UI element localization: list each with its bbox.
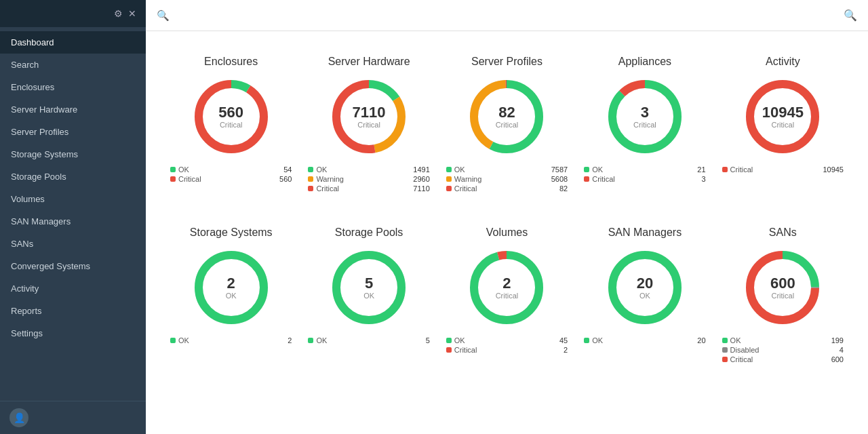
donut-number: 20 (637, 275, 653, 292)
legend: OK 21 Critical 3 (584, 165, 705, 184)
legend-label: Critical (454, 184, 477, 193)
legend-label: Critical (592, 175, 615, 183)
legend-dot (308, 338, 313, 343)
card-enclosures: Enclosures 560 Critical OK 54 Crit (162, 45, 300, 202)
donut-chart: 10945 Critical (742, 76, 823, 157)
sidebar-item-dashboard[interactable]: Dashboard (0, 31, 146, 54)
donut-label: Critical (353, 121, 386, 129)
search-box[interactable]: 🔍 (157, 9, 175, 22)
sidebar-item-san-managers[interactable]: SAN Managers (0, 210, 146, 233)
user-avatar: 👤 (9, 408, 28, 427)
donut-number: 7110 (353, 104, 386, 121)
legend-value: 2960 (413, 175, 429, 183)
legend-label: OK (592, 165, 603, 174)
legend-label: OK (592, 336, 603, 344)
legend-value: 5 (426, 336, 430, 344)
legend: OK 1491 Warning 2960 Critical 7110 (308, 165, 429, 194)
legend-label: Critical (316, 184, 339, 193)
donut-number: 10945 (762, 104, 804, 121)
legend-dot (446, 186, 452, 191)
legend-dot (722, 347, 728, 353)
legend-dot (446, 176, 452, 182)
sidebar-item-settings[interactable]: Settings (0, 322, 146, 344)
donut-chart: 2 Critical (466, 247, 547, 328)
legend-value: 2 (564, 346, 568, 354)
sidebar-item-server-hardware[interactable]: Server Hardware (0, 98, 146, 121)
legend-value: 54 (283, 165, 292, 174)
legend-dot (308, 176, 313, 182)
legend-row: OK 45 (446, 336, 568, 344)
legend-row: Critical 82 (446, 184, 568, 193)
sidebar-item-storage-pools[interactable]: Storage Pools (0, 165, 146, 188)
donut-number: 560 (218, 104, 243, 121)
legend-row: Critical 3 (584, 175, 705, 183)
content-area: Enclosures 560 Critical OK 54 Crit (146, 31, 868, 434)
legend-value: 7587 (551, 165, 568, 174)
legend-dot (446, 167, 452, 172)
legend-row: OK 20 (584, 336, 705, 344)
donut-center: 5 OK (363, 275, 374, 300)
card-title: Storage Pools (335, 226, 403, 239)
donut-label: Critical (496, 121, 519, 129)
legend-value: 1491 (413, 165, 429, 174)
donut-number: 82 (496, 104, 519, 121)
legend-row: Warning 2960 (308, 175, 429, 183)
donut-center: 2 OK (226, 275, 237, 300)
legend-label: OK (316, 336, 327, 344)
legend-value: 199 (831, 336, 844, 344)
card-title: Volumes (486, 226, 528, 239)
card-sans: SANs 600 Critical OK 199 Disabled (714, 216, 852, 373)
legend-row: Critical 560 (170, 175, 292, 183)
search-icon-right[interactable]: 🔍 (844, 9, 857, 22)
legend-row: OK 54 (170, 165, 292, 174)
topbar: 🔍 🔍 (146, 0, 868, 31)
legend-row: Critical 2 (446, 346, 568, 354)
legend-value: 82 (559, 184, 568, 193)
legend-value: 21 (697, 165, 705, 174)
legend-value: 600 (831, 355, 844, 363)
sidebar-item-search[interactable]: Search (0, 54, 146, 76)
legend-value: 45 (559, 336, 568, 344)
main-panel: 🔍 🔍 Enclosures 560 Critical OK 54 (146, 0, 868, 434)
legend-dot (170, 176, 176, 182)
donut-number: 2 (226, 275, 237, 292)
legend-value: 7110 (413, 184, 429, 193)
sidebar-item-server-profiles[interactable]: Server Profiles (0, 121, 146, 143)
dashboard-grid: Enclosures 560 Critical OK 54 Crit (162, 45, 852, 373)
donut-label: OK (363, 292, 374, 300)
card-server-profiles: Server Profiles 82 Critical OK 7587 (438, 45, 576, 202)
donut-chart: 560 Critical (191, 76, 272, 157)
legend: OK 54 Critical 560 (170, 165, 292, 184)
legend-value: 2 (288, 336, 292, 344)
legend-value: 10945 (823, 165, 844, 174)
legend-dot (308, 167, 313, 172)
legend-dot (722, 338, 728, 343)
legend-dot (170, 167, 176, 172)
legend: OK 7587 Warning 5608 Critical 82 (446, 165, 568, 194)
card-activity: Activity 10945 Critical Critical 10945 (714, 45, 852, 202)
donut-center: 10945 Critical (762, 104, 804, 129)
legend-dot (584, 167, 589, 172)
sidebar-item-storage-systems[interactable]: Storage Systems (0, 143, 146, 165)
card-title: Enclosures (204, 56, 258, 68)
donut-number: 600 (770, 275, 795, 292)
sidebar-item-volumes[interactable]: Volumes (0, 188, 146, 210)
sidebar-item-activity[interactable]: Activity (0, 277, 146, 300)
card-title: Storage Systems (190, 226, 273, 239)
sidebar-item-reports[interactable]: Reports (0, 300, 146, 322)
close-icon[interactable]: ✕ (128, 8, 136, 19)
donut-chart: 82 Critical (466, 76, 547, 157)
sidebar-item-sans[interactable]: SANs (0, 233, 146, 255)
card-storage-systems: Storage Systems 2 OK OK 2 (162, 216, 300, 373)
filter-icon[interactable]: ⚙ (114, 8, 123, 19)
card-appliances: Appliances 3 Critical OK 21 Critic (576, 45, 713, 202)
legend-row: OK 2 (170, 336, 292, 344)
sidebar-item-enclosures[interactable]: Enclosures (0, 76, 146, 98)
donut-center: 600 Critical (770, 275, 795, 300)
sidebar-item-converged-systems[interactable]: Converged Systems (0, 255, 146, 277)
sidebar: ⚙ ✕ Dashboard Search Enclosures Server H… (0, 0, 146, 434)
legend-row: Disabled 4 (722, 346, 844, 354)
donut-number: 3 (633, 104, 656, 121)
legend-dot (170, 338, 176, 343)
donut-number: 5 (363, 275, 374, 292)
